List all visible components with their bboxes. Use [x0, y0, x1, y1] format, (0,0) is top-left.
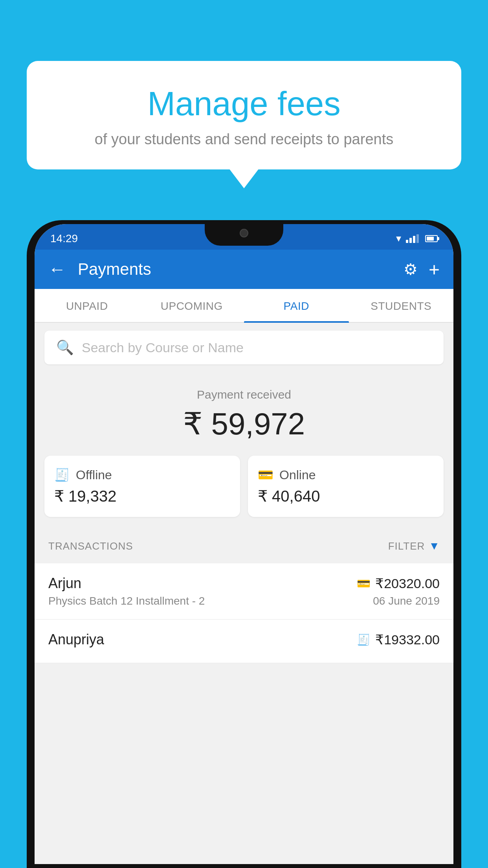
signal-bar-1	[406, 240, 408, 243]
transaction-top: Anupriya 🧾 ₹19332.00	[48, 631, 440, 648]
bubble-title: Manage fees	[46, 85, 442, 123]
online-payment-icon: 💳	[357, 577, 371, 590]
tab-unpaid[interactable]: UNPAID	[35, 289, 139, 322]
filter-label: FILTER	[388, 540, 425, 552]
payment-label: Payment received	[44, 388, 444, 401]
transactions-label: TRANSACTIONS	[48, 540, 133, 552]
tab-students[interactable]: STUDENTS	[349, 289, 454, 322]
online-payment-card: 💳 Online ₹ 40,640	[248, 456, 444, 517]
phone-camera	[240, 229, 248, 237]
phone-frame: 14:29 ▾ ← Payments	[27, 220, 461, 868]
payment-total-amount: ₹ 59,972	[44, 406, 444, 442]
transaction-course: Physics Batch 12 Installment - 2	[48, 595, 205, 607]
table-row[interactable]: Anupriya 🧾 ₹19332.00	[35, 620, 453, 663]
signal-bar-3	[413, 236, 415, 243]
tabs-container: UNPAID UPCOMING PAID STUDENTS	[35, 289, 453, 323]
transaction-date: 06 June 2019	[373, 595, 440, 607]
table-row[interactable]: Arjun 💳 ₹20320.00 Physics Batch 12 Insta…	[35, 563, 453, 620]
offline-amount: ₹ 19,332	[54, 487, 230, 505]
search-placeholder-text: Search by Course or Name	[82, 340, 244, 355]
settings-icon[interactable]: ⚙	[404, 260, 418, 278]
battery-fill	[427, 237, 434, 241]
search-icon: 🔍	[56, 339, 74, 356]
signal-bars	[406, 234, 419, 243]
phone-screen: 14:29 ▾ ← Payments	[35, 224, 453, 864]
tab-paid[interactable]: PAID	[244, 289, 349, 322]
header-actions: ⚙ +	[404, 259, 440, 280]
add-button[interactable]: +	[429, 259, 440, 280]
offline-payment-card: 🧾 Offline ₹ 19,332	[44, 456, 240, 517]
online-card-header: 💳 Online	[258, 467, 434, 482]
payment-section: Payment received ₹ 59,972 🧾 Offline ₹ 19…	[35, 372, 453, 529]
payment-cards: 🧾 Offline ₹ 19,332 💳 Online ₹ 40,640	[44, 456, 444, 517]
transaction-name: Arjun	[48, 575, 81, 592]
tab-upcoming[interactable]: UPCOMING	[139, 289, 244, 322]
signal-bar-4	[416, 234, 419, 243]
phone-notch	[205, 224, 283, 246]
wifi-icon: ▾	[396, 232, 401, 245]
back-button[interactable]: ←	[48, 259, 66, 280]
offline-icon: 🧾	[54, 467, 70, 482]
online-amount: ₹ 40,640	[258, 487, 434, 505]
speech-bubble-container: Manage fees of your students and send re…	[27, 61, 461, 169]
transaction-bottom: Physics Batch 12 Installment - 2 06 June…	[48, 595, 440, 607]
transaction-amount: ₹19332.00	[375, 632, 440, 647]
bubble-subtitle: of your students and send receipts to pa…	[46, 131, 442, 148]
transaction-amount-container: 💳 ₹20320.00	[357, 576, 440, 591]
filter-icon: ▼	[429, 540, 440, 552]
offline-card-header: 🧾 Offline	[54, 467, 230, 482]
online-label: Online	[279, 468, 316, 482]
status-icons: ▾	[396, 232, 438, 245]
transaction-amount: ₹20320.00	[375, 576, 440, 591]
search-section: 🔍 Search by Course or Name	[35, 323, 453, 372]
filter-button[interactable]: FILTER ▼	[388, 540, 440, 552]
transaction-name: Anupriya	[48, 631, 104, 648]
transactions-header: TRANSACTIONS FILTER ▼	[35, 529, 453, 563]
battery-icon	[425, 235, 438, 242]
offline-label: Offline	[76, 468, 112, 482]
speech-bubble: Manage fees of your students and send re…	[27, 61, 461, 169]
offline-payment-icon: 🧾	[357, 633, 371, 646]
transaction-top: Arjun 💳 ₹20320.00	[48, 575, 440, 592]
status-time: 14:29	[50, 232, 78, 245]
signal-bar-2	[409, 238, 412, 243]
transaction-amount-container: 🧾 ₹19332.00	[357, 632, 440, 647]
app-header: ← Payments ⚙ +	[35, 250, 453, 289]
online-icon: 💳	[258, 467, 273, 482]
page-title: Payments	[78, 260, 392, 279]
search-bar[interactable]: 🔍 Search by Course or Name	[44, 331, 444, 364]
